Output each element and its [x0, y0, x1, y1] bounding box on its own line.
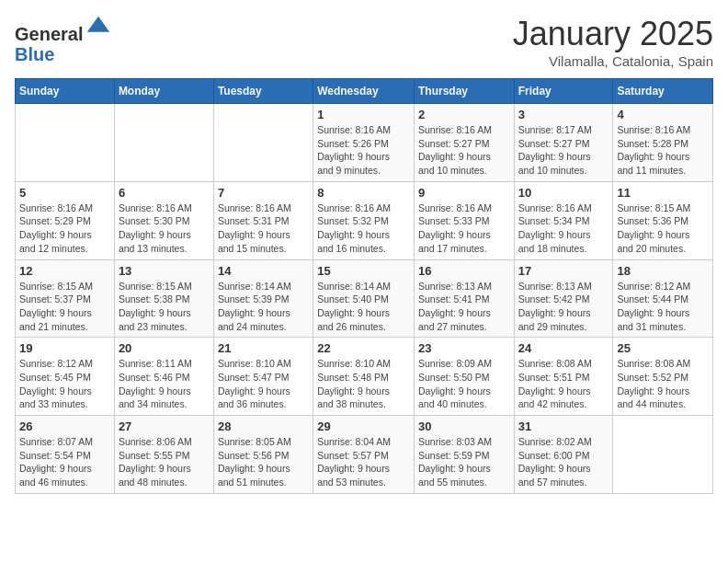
calendar-table: SundayMondayTuesdayWednesdayThursdayFrid…: [15, 78, 713, 494]
day-number: 3: [518, 108, 609, 121]
day-info: Sunrise: 8:09 AM Sunset: 5:50 PM Dayligh…: [418, 357, 510, 411]
day-number: 28: [218, 419, 309, 433]
title-section: January 2025 Vilamalla, Catalonia, Spain: [513, 15, 713, 69]
day-info: Sunrise: 8:13 AM Sunset: 5:41 PM Dayligh…: [418, 280, 510, 334]
calendar-day-cell: [114, 104, 213, 182]
calendar-day-cell: 31Sunrise: 8:02 AM Sunset: 6:00 PM Dayli…: [514, 416, 613, 494]
calendar-day-cell: 4Sunrise: 8:16 AM Sunset: 5:28 PM Daylig…: [613, 104, 713, 182]
day-number: 10: [518, 186, 609, 200]
logo: General Blue: [15, 15, 111, 64]
day-info: Sunrise: 8:06 AM Sunset: 5:55 PM Dayligh…: [119, 435, 210, 489]
location-subtitle: Vilamalla, Catalonia, Spain: [513, 53, 713, 69]
day-info: Sunrise: 8:15 AM Sunset: 5:38 PM Dayligh…: [119, 280, 210, 334]
day-number: 13: [119, 264, 210, 278]
calendar-day-cell: [213, 104, 313, 182]
day-number: 20: [119, 341, 210, 355]
day-number: 27: [119, 419, 210, 433]
day-info: Sunrise: 8:16 AM Sunset: 5:30 PM Dayligh…: [119, 201, 210, 256]
calendar-day-cell: [16, 104, 115, 182]
day-number: 16: [418, 264, 510, 278]
calendar-day-cell: 15Sunrise: 8:14 AM Sunset: 5:40 PM Dayli…: [313, 259, 415, 338]
page-header: General Blue January 2025 Vilamalla, Cat…: [15, 15, 713, 69]
calendar-day-cell: 3Sunrise: 8:17 AM Sunset: 5:27 PM Daylig…: [514, 104, 613, 182]
day-info: Sunrise: 8:16 AM Sunset: 5:26 PM Dayligh…: [317, 123, 410, 178]
day-number: 23: [418, 341, 510, 355]
day-number: 6: [119, 186, 210, 200]
calendar-day-cell: 2Sunrise: 8:16 AM Sunset: 5:27 PM Daylig…: [414, 104, 514, 182]
day-info: Sunrise: 8:12 AM Sunset: 5:45 PM Dayligh…: [19, 357, 110, 411]
day-info: Sunrise: 8:10 AM Sunset: 5:48 PM Dayligh…: [317, 357, 410, 411]
day-number: 1: [317, 108, 410, 121]
day-number: 5: [19, 186, 110, 200]
day-number: 11: [617, 186, 709, 200]
day-info: Sunrise: 8:16 AM Sunset: 5:33 PM Dayligh…: [418, 201, 510, 256]
calendar-day-cell: 29Sunrise: 8:04 AM Sunset: 5:57 PM Dayli…: [313, 416, 415, 494]
calendar-day-cell: 26Sunrise: 8:07 AM Sunset: 5:54 PM Dayli…: [16, 416, 115, 494]
day-info: Sunrise: 8:15 AM Sunset: 5:36 PM Dayligh…: [617, 201, 709, 256]
day-info: Sunrise: 8:16 AM Sunset: 5:34 PM Dayligh…: [518, 201, 609, 256]
day-info: Sunrise: 8:08 AM Sunset: 5:52 PM Dayligh…: [617, 357, 709, 411]
day-number: 9: [418, 186, 510, 200]
day-info: Sunrise: 8:16 AM Sunset: 5:31 PM Dayligh…: [218, 201, 309, 256]
weekday-header-cell: Friday: [514, 79, 613, 104]
weekday-header-cell: Thursday: [414, 79, 514, 104]
calendar-day-cell: 24Sunrise: 8:08 AM Sunset: 5:51 PM Dayli…: [514, 338, 613, 416]
day-number: 18: [617, 264, 709, 278]
day-info: Sunrise: 8:15 AM Sunset: 5:37 PM Dayligh…: [19, 280, 110, 334]
day-number: 15: [317, 264, 410, 278]
day-number: 24: [518, 341, 609, 355]
day-info: Sunrise: 8:10 AM Sunset: 5:47 PM Dayligh…: [218, 357, 309, 411]
day-number: 26: [19, 419, 110, 433]
day-number: 4: [617, 108, 709, 121]
svg-marker-0: [87, 17, 109, 32]
calendar-day-cell: 25Sunrise: 8:08 AM Sunset: 5:52 PM Dayli…: [613, 338, 713, 416]
weekday-header-cell: Monday: [114, 79, 213, 104]
day-info: Sunrise: 8:03 AM Sunset: 5:59 PM Dayligh…: [418, 435, 510, 489]
calendar-day-cell: 20Sunrise: 8:11 AM Sunset: 5:46 PM Dayli…: [114, 338, 213, 416]
day-number: 8: [317, 186, 410, 200]
day-number: 21: [218, 341, 309, 355]
calendar-day-cell: 27Sunrise: 8:06 AM Sunset: 5:55 PM Dayli…: [114, 416, 213, 494]
calendar-day-cell: 19Sunrise: 8:12 AM Sunset: 5:45 PM Dayli…: [16, 338, 115, 416]
day-info: Sunrise: 8:08 AM Sunset: 5:51 PM Dayligh…: [518, 357, 609, 411]
day-number: 29: [317, 419, 410, 433]
calendar-day-cell: 22Sunrise: 8:10 AM Sunset: 5:48 PM Dayli…: [313, 338, 415, 416]
calendar-day-cell: 9Sunrise: 8:16 AM Sunset: 5:33 PM Daylig…: [414, 181, 514, 259]
calendar-week-row: 12Sunrise: 8:15 AM Sunset: 5:37 PM Dayli…: [16, 259, 713, 338]
calendar-day-cell: 28Sunrise: 8:05 AM Sunset: 5:56 PM Dayli…: [213, 416, 313, 494]
weekday-header-row: SundayMondayTuesdayWednesdayThursdayFrid…: [16, 79, 713, 104]
day-info: Sunrise: 8:16 AM Sunset: 5:27 PM Dayligh…: [418, 123, 510, 178]
calendar-day-cell: 12Sunrise: 8:15 AM Sunset: 5:37 PM Dayli…: [16, 259, 115, 338]
day-info: Sunrise: 8:17 AM Sunset: 5:27 PM Dayligh…: [518, 123, 609, 178]
calendar-day-cell: 8Sunrise: 8:16 AM Sunset: 5:32 PM Daylig…: [313, 181, 415, 259]
day-number: 12: [19, 264, 110, 278]
day-info: Sunrise: 8:13 AM Sunset: 5:42 PM Dayligh…: [518, 280, 609, 334]
calendar-week-row: 1Sunrise: 8:16 AM Sunset: 5:26 PM Daylig…: [16, 104, 713, 182]
day-number: 14: [218, 264, 309, 278]
logo-general-text: General: [15, 24, 83, 44]
day-number: 19: [19, 341, 110, 355]
calendar-day-cell: 10Sunrise: 8:16 AM Sunset: 5:34 PM Dayli…: [514, 181, 613, 259]
weekday-header-cell: Sunday: [16, 79, 115, 104]
calendar-day-cell: [613, 416, 713, 494]
calendar-day-cell: 14Sunrise: 8:14 AM Sunset: 5:39 PM Dayli…: [213, 259, 313, 338]
day-number: 22: [317, 341, 410, 355]
calendar-day-cell: 11Sunrise: 8:15 AM Sunset: 5:36 PM Dayli…: [613, 181, 713, 259]
calendar-week-row: 19Sunrise: 8:12 AM Sunset: 5:45 PM Dayli…: [16, 338, 713, 416]
day-number: 31: [518, 419, 609, 433]
day-info: Sunrise: 8:02 AM Sunset: 6:00 PM Dayligh…: [518, 435, 609, 489]
day-info: Sunrise: 8:05 AM Sunset: 5:56 PM Dayligh…: [218, 435, 309, 489]
day-number: 7: [218, 186, 309, 200]
day-number: 17: [518, 264, 609, 278]
calendar-day-cell: 6Sunrise: 8:16 AM Sunset: 5:30 PM Daylig…: [114, 181, 213, 259]
day-info: Sunrise: 8:14 AM Sunset: 5:40 PM Dayligh…: [317, 280, 410, 334]
logo-icon: [85, 15, 111, 40]
calendar-day-cell: 18Sunrise: 8:12 AM Sunset: 5:44 PM Dayli…: [613, 259, 713, 338]
day-number: 2: [418, 108, 510, 121]
weekday-header-cell: Saturday: [613, 79, 713, 104]
day-number: 25: [617, 341, 709, 355]
day-info: Sunrise: 8:16 AM Sunset: 5:29 PM Dayligh…: [19, 201, 110, 256]
logo-blue-text: Blue: [15, 44, 54, 64]
calendar-day-cell: 5Sunrise: 8:16 AM Sunset: 5:29 PM Daylig…: [16, 181, 115, 259]
month-title: January 2025: [513, 15, 713, 53]
